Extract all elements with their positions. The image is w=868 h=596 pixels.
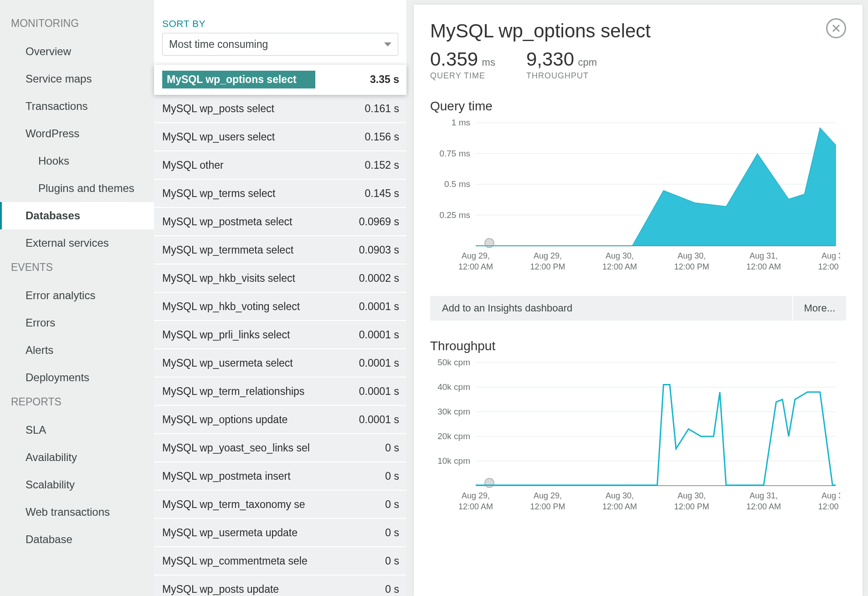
query-time: 0.0001 s <box>359 357 399 369</box>
sidebar-item[interactable]: Databases <box>0 202 154 229</box>
query-name: MySQL wp_term_taxonomy se <box>162 498 305 511</box>
sort-by-select[interactable]: Most time consuming <box>162 33 398 56</box>
svg-text:Aug 29,: Aug 29, <box>462 491 490 500</box>
query-list-row[interactable]: MySQL wp_posts update0 s <box>154 575 406 596</box>
query-name: MySQL wp_postmeta insert <box>162 470 291 482</box>
sidebar-item[interactable]: Alerts <box>0 337 154 364</box>
metric-query-time-value: 0.359 <box>430 48 478 70</box>
svg-text:Aug 30,: Aug 30, <box>606 491 634 500</box>
query-time: 0.0001 s <box>359 414 399 426</box>
query-list-row[interactable]: MySQL wp_options update0.0001 s <box>154 406 406 434</box>
metric-throughput-value: 9,330 <box>526 48 574 70</box>
sidebar-item[interactable]: Scalability <box>0 471 154 498</box>
svg-text:12:00 PM: 12:00 PM <box>818 262 840 271</box>
close-button[interactable] <box>826 18 846 38</box>
chart-action-bar: Add to an Insights dashboard More... <box>430 296 846 321</box>
detail-title: MySQL wp_options select <box>430 20 846 42</box>
sidebar-section-header: EVENTS <box>0 257 154 282</box>
sort-by-label: SORT BY <box>154 18 406 33</box>
query-name: MySQL wp_terms select <box>162 187 275 200</box>
chart-query-time-plot[interactable]: 1 ms0.75 ms0.5 ms0.25 msAug 29,12:00 AMA… <box>430 118 840 282</box>
query-name: MySQL wp_usermeta update <box>162 527 298 539</box>
query-list-row[interactable]: MySQL wp_yoast_seo_links sel0 s <box>154 434 406 462</box>
query-time: 0 s <box>385 555 399 567</box>
sidebar-item[interactable]: Deployments <box>0 364 154 391</box>
svg-text:Aug 29,: Aug 29, <box>462 251 490 260</box>
svg-text:Aug 31,: Aug 31, <box>750 251 778 260</box>
query-list-row[interactable]: MySQL wp_term_relationships0.0001 s <box>154 378 406 406</box>
sidebar-item[interactable]: Web transactions <box>0 498 154 526</box>
query-list-row[interactable]: MySQL wp_users select0.156 s <box>154 123 406 151</box>
query-time: 0.0001 s <box>359 329 399 341</box>
sidebar-item[interactable]: Service maps <box>0 65 154 93</box>
query-name: MySQL wp_prli_links select <box>162 329 290 341</box>
query-list: MySQL wp_options select3.35 sMySQL wp_po… <box>154 65 406 596</box>
chart-throughput-plot[interactable]: 50k cpm40k cpm30k cpm20k cpm10k cpmAug 2… <box>430 358 840 522</box>
sidebar-item[interactable]: WordPress <box>0 120 154 147</box>
sidebar-item[interactable]: Errors <box>0 309 154 337</box>
query-name: MySQL wp_options select <box>162 71 315 88</box>
svg-text:Aug 29,: Aug 29, <box>534 251 562 260</box>
svg-text:40k cpm: 40k cpm <box>437 382 470 392</box>
query-name: MySQL wp_posts update <box>162 583 279 596</box>
query-time: 0.161 s <box>365 103 399 115</box>
sidebar-item[interactable]: Overview <box>0 38 154 65</box>
chart-query-time-title: Query time <box>430 99 846 114</box>
svg-text:12:00 AM: 12:00 AM <box>746 502 781 511</box>
svg-text:50k cpm: 50k cpm <box>437 358 470 367</box>
sidebar-item[interactable]: Database <box>0 526 154 553</box>
query-name: MySQL wp_postmeta select <box>162 216 293 228</box>
svg-text:Aug 31,: Aug 31, <box>822 491 840 500</box>
query-time: 0.0002 s <box>359 272 399 285</box>
sidebar-section-header: MONITORING <box>0 13 154 38</box>
close-icon <box>832 24 841 33</box>
svg-text:12:00 AM: 12:00 AM <box>746 262 781 271</box>
metrics-row: 0.359 ms QUERY TIME 9,330 cpm THROUGHPUT <box>430 48 846 81</box>
query-list-row[interactable]: MySQL wp_terms select0.145 s <box>154 180 406 208</box>
sidebar-item[interactable]: Error analytics <box>0 282 154 309</box>
sidebar-item[interactable]: Plugins and themes <box>0 175 154 202</box>
query-name: MySQL wp_term_relationships <box>162 385 304 398</box>
add-to-dashboard-button[interactable]: Add to an Insights dashboard <box>430 302 792 314</box>
svg-text:Aug 30,: Aug 30, <box>678 251 706 260</box>
sidebar-item[interactable]: Hooks <box>0 147 154 175</box>
query-list-row[interactable]: MySQL wp_term_taxonomy se0 s <box>154 491 406 519</box>
more-button[interactable]: More... <box>792 296 846 321</box>
query-time: 0.0001 s <box>359 301 399 313</box>
query-time: 0.0903 s <box>359 244 399 256</box>
query-list-row[interactable]: MySQL other0.152 s <box>154 151 406 180</box>
query-list-row[interactable]: MySQL wp_termmeta select0.0903 s <box>154 236 406 264</box>
sidebar-item[interactable]: Transactions <box>0 93 154 120</box>
query-list-row[interactable]: MySQL wp_usermeta select0.0001 s <box>154 349 406 378</box>
chart-query-time: Query time 1 ms0.75 ms0.5 ms0.25 msAug 2… <box>430 99 846 284</box>
query-list-row[interactable]: MySQL wp_postmeta insert0 s <box>154 462 406 491</box>
query-list-column: SORT BY Most time consuming MySQL wp_opt… <box>154 0 406 596</box>
svg-text:12:00 AM: 12:00 AM <box>602 502 637 511</box>
query-name: MySQL wp_users select <box>162 131 275 143</box>
svg-text:0.25 ms: 0.25 ms <box>439 210 470 220</box>
svg-text:20k cpm: 20k cpm <box>437 431 470 441</box>
query-list-row[interactable]: MySQL wp_commentmeta sele0 s <box>154 547 406 575</box>
svg-text:12:00 PM: 12:00 PM <box>674 262 709 271</box>
query-list-row[interactable]: MySQL wp_usermeta update0 s <box>154 519 406 547</box>
query-list-row[interactable]: MySQL wp_posts select0.161 s <box>154 95 406 123</box>
sidebar-item[interactable]: External services <box>0 229 154 257</box>
svg-text:Aug 29,: Aug 29, <box>534 491 562 500</box>
svg-text:12:00 PM: 12:00 PM <box>530 262 565 271</box>
svg-text:12:00 AM: 12:00 AM <box>602 262 637 271</box>
svg-text:0.75 ms: 0.75 ms <box>439 149 470 158</box>
query-list-row[interactable]: MySQL wp_prli_links select0.0001 s <box>154 321 406 349</box>
sidebar-item[interactable]: SLA <box>0 416 154 444</box>
query-time: 0.156 s <box>365 131 399 143</box>
svg-text:10k cpm: 10k cpm <box>437 456 470 466</box>
query-time: 0.152 s <box>365 159 399 171</box>
query-list-row[interactable]: MySQL wp_hkb_voting select0.0001 s <box>154 293 406 321</box>
query-list-row[interactable]: MySQL wp_options select3.35 s <box>154 65 406 95</box>
query-name: MySQL wp_commentmeta sele <box>162 555 308 567</box>
query-time: 0 s <box>385 527 399 539</box>
metric-query-time-unit: ms <box>482 57 495 68</box>
query-list-row[interactable]: MySQL wp_postmeta select0.0969 s <box>154 208 406 236</box>
sidebar-item[interactable]: Availability <box>0 444 154 471</box>
query-list-row[interactable]: MySQL wp_hkb_visits select0.0002 s <box>154 264 406 293</box>
svg-text:12:00 PM: 12:00 PM <box>530 502 565 511</box>
